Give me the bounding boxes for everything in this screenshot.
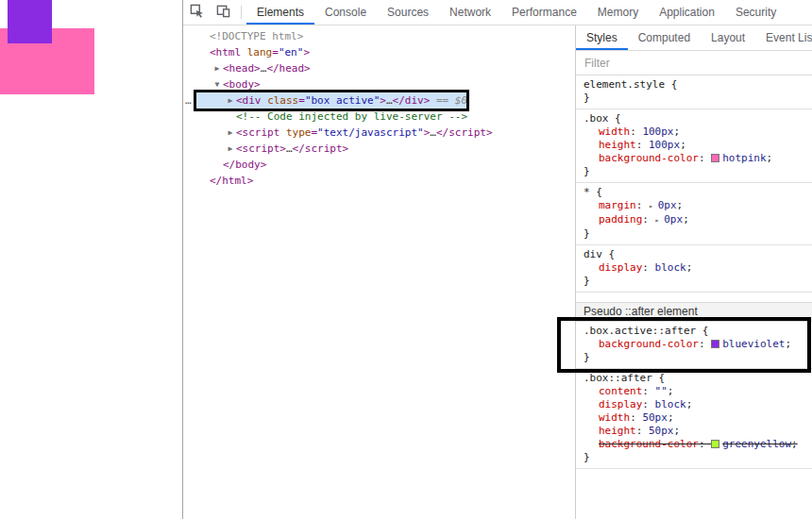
selector-text: .box (584, 112, 609, 125)
selector-text: * (584, 186, 590, 198)
property-value: 100px (642, 126, 673, 138)
css-selector-line[interactable]: .box { (584, 112, 804, 126)
property-value: block (655, 261, 686, 274)
css-declaration[interactable]: width: 50px; (584, 411, 804, 425)
colon: : (636, 199, 649, 211)
device-toolbar-icon (216, 4, 230, 22)
elements-panel: <!DOCTYPE html><html lang="en">▶<head>…<… (183, 25, 575, 519)
dom-node[interactable]: <html lang="en"> (183, 44, 575, 60)
selector-text: .box::after (584, 372, 652, 384)
css-declaration[interactable]: padding: ▸ 0px; (584, 213, 804, 227)
property-name: content (599, 385, 642, 397)
semicolon: ; (785, 338, 791, 350)
filter-input[interactable] (576, 52, 812, 75)
dom-node[interactable]: ▼<body> (183, 76, 575, 92)
colon: : (699, 152, 711, 164)
styles-tab-layout[interactable]: Layout (701, 25, 755, 50)
open-brace: { (609, 112, 621, 125)
expand-arrow-icon[interactable]: ▶ (225, 125, 236, 141)
property-name: background-color (599, 152, 699, 164)
code-tag: = (298, 94, 305, 107)
collapse-arrow-icon[interactable]: ▼ (211, 76, 223, 92)
colon: : (642, 261, 654, 274)
property-value: 0px (658, 199, 677, 211)
tab-application[interactable]: Application (649, 0, 725, 25)
semicolon: ; (680, 139, 686, 151)
property-name: background-color (599, 338, 699, 350)
property-name: height (599, 425, 636, 437)
css-declaration[interactable]: background-color: blueviolet; (584, 338, 804, 351)
tab-memory[interactable]: Memory (587, 0, 649, 25)
semicolon: ; (686, 261, 693, 274)
css-selector-line[interactable]: element.style { (584, 78, 804, 92)
property-value: greenyellow (722, 438, 791, 450)
tab-security[interactable]: Security (725, 0, 787, 25)
code-val: "box active" (305, 94, 380, 107)
dom-node[interactable]: …▶<div class="box active">…</div> == $0 (183, 92, 575, 109)
css-declaration[interactable]: background-color: hotpink; (584, 152, 804, 165)
tab-console[interactable]: Console (314, 0, 377, 25)
expand-arrow-icon[interactable]: ▶ (225, 92, 236, 109)
property-name: margin (599, 199, 636, 211)
css-declaration[interactable]: height: 50px; (584, 425, 804, 438)
styles-tab-styles[interactable]: Styles (576, 25, 628, 50)
dom-node[interactable]: ▶<head>…</head> (183, 60, 575, 76)
code-tag: </body> (223, 159, 266, 171)
styles-tab-event-listeners[interactable]: Event Listeners (755, 25, 812, 50)
property-name: display (599, 398, 642, 410)
css-declaration[interactable]: margin: ▸ 0px; (584, 199, 804, 213)
color-swatch[interactable] (711, 154, 719, 162)
inspect-icon (190, 4, 204, 22)
close-brace: } (584, 351, 804, 364)
dom-node[interactable]: <!-- Code injected by live-server --> (183, 109, 575, 125)
dom-node[interactable]: </html> (183, 173, 575, 189)
css-rule: div {display: block;} (576, 245, 812, 293)
code-tag: <script (236, 126, 286, 139)
css-declaration[interactable]: content: ""; (584, 385, 804, 398)
tab-elements[interactable]: Elements (246, 0, 314, 25)
more-menu-icon[interactable]: … (185, 92, 193, 109)
property-name: width (599, 411, 630, 424)
dom-node[interactable]: <!DOCTYPE html> (183, 28, 575, 44)
code-attr: class (267, 94, 298, 107)
expand-arrow-icon[interactable]: ▶ (211, 60, 223, 76)
css-declaration[interactable]: display: block; (584, 398, 804, 411)
code-tag: = (272, 46, 279, 59)
styles-tab-computed[interactable]: Computed (628, 25, 701, 50)
semicolon: ; (686, 398, 693, 410)
css-selector-line[interactable]: div { (584, 248, 804, 261)
open-brace: { (652, 372, 665, 384)
dom-node[interactable]: ▶<script type="text/javascript">…</scrip… (183, 125, 575, 141)
dom-node[interactable]: ▶<script>…</script> (183, 141, 575, 157)
color-swatch[interactable] (711, 440, 719, 448)
css-selector-line[interactable]: .box.active::after { (584, 325, 804, 338)
inspect-element-button[interactable] (183, 0, 210, 25)
color-swatch[interactable] (711, 340, 719, 348)
dom-node[interactable]: </body> (183, 157, 575, 173)
css-selector-line[interactable]: .box::after { (584, 372, 804, 385)
css-declaration[interactable]: width: 100px; (584, 126, 804, 139)
css-declaration[interactable]: display: block; (584, 261, 804, 275)
close-brace: } (584, 92, 804, 105)
expand-arrow-icon[interactable]: ▶ (225, 141, 236, 157)
tab-sources[interactable]: Sources (377, 0, 439, 25)
css-declaration[interactable]: height: 100px; (584, 139, 804, 152)
property-name: background-color (599, 438, 699, 450)
device-toolbar-button[interactable] (210, 0, 236, 25)
selector-text: element.style (584, 78, 665, 91)
css-selector-line[interactable]: * { (584, 186, 804, 199)
expand-triangle-icon[interactable]: ▸ (655, 216, 665, 225)
open-brace: { (602, 248, 615, 260)
property-value: 0px (664, 213, 683, 226)
code-tag: > (303, 46, 310, 59)
colon: : (642, 213, 654, 226)
expand-triangle-icon[interactable]: ▸ (649, 202, 658, 210)
code-attr: type (286, 126, 312, 139)
tab-performance[interactable]: Performance (501, 0, 587, 25)
css-declaration[interactable]: background-color: greenyellow; (584, 438, 804, 451)
open-brace: { (590, 186, 602, 198)
code-tag: <html (210, 46, 247, 59)
property-value: blueviolet (722, 338, 785, 350)
tab-network[interactable]: Network (439, 0, 501, 25)
styles-filter-row (576, 51, 812, 75)
